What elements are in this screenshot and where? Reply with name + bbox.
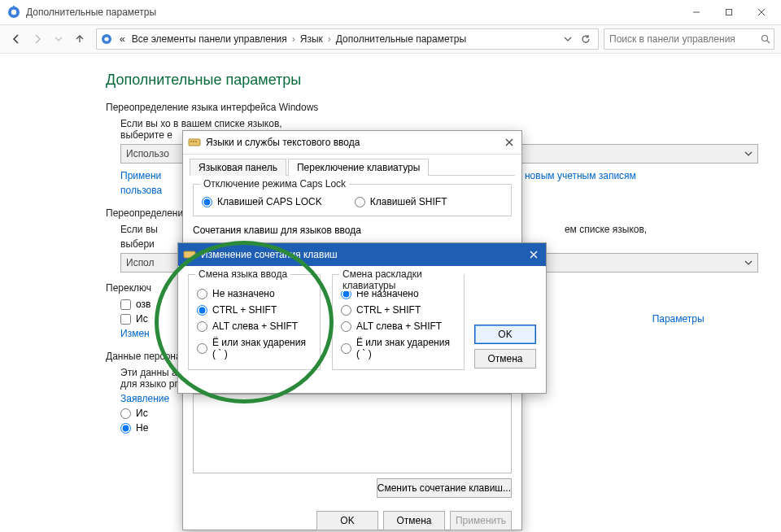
hotkeys-listbox[interactable] [193, 394, 512, 473]
parameters-link[interactable]: Параметры [652, 313, 705, 325]
svg-rect-13 [193, 141, 194, 142]
checkbox-label: озв [136, 299, 151, 310]
apply-to-accounts-link-2[interactable]: пользова [120, 185, 162, 196]
keyboard-icon [183, 248, 196, 261]
svg-point-8 [104, 37, 108, 41]
radio-label: CTRL + SHIFT [356, 304, 421, 316]
ok-button[interactable]: OK [474, 325, 536, 344]
group-label: Смена языка ввода [195, 268, 290, 280]
capslock-by-shift-radio[interactable]: Клавишей SHIFT [355, 196, 447, 207]
radio-label: Ё или знак ударения ( ` ) [356, 337, 456, 360]
dialog-tabs: Языковая панель Переключение клавиатуры [190, 158, 515, 176]
chevron-right-icon: › [290, 33, 297, 45]
breadcrumb[interactable]: « Все элементы панели управления › Язык … [96, 28, 599, 50]
breadcrumb-prefix: « [116, 33, 129, 45]
window-title: Дополнительные параметры [26, 7, 680, 18]
nav-back-button[interactable] [7, 29, 26, 49]
layout-grave-radio[interactable]: Ё или знак ударения ( ` ) [341, 337, 456, 360]
dialog-titlebar: Языки и службы текстового ввода [183, 131, 521, 155]
window-titlebar: Дополнительные параметры [0, 0, 781, 25]
ok-button[interactable]: OK [316, 511, 378, 530]
nav-recent-dropdown[interactable] [49, 29, 68, 49]
radio-label: ALT слева + SHIFT [356, 321, 442, 332]
dialog-title: Изменение сочетания клавиш [201, 249, 521, 260]
breadcrumb-item-3[interactable]: Дополнительные параметры [333, 33, 469, 45]
chevron-down-icon [744, 150, 753, 158]
nav-forward-button[interactable] [28, 29, 47, 49]
chevron-down-icon [744, 259, 753, 267]
tab-keyboard-switching[interactable]: Переключение клавиатуры [288, 159, 429, 176]
search-icon [761, 34, 770, 44]
section2-text-a: Если вы [120, 224, 158, 235]
section-override-display-language: Переопределение языка интерфейса Windows [106, 102, 781, 113]
apply-to-accounts-link-tail[interactable]: и новым учетным записям [517, 170, 636, 181]
radio-label: Не [136, 422, 148, 434]
page-heading: Дополнительные параметры [106, 72, 781, 89]
breadcrumb-dropdown-button[interactable] [559, 30, 577, 48]
apply-to-accounts-link[interactable]: Примени [120, 170, 161, 181]
cancel-button[interactable]: Отмена [383, 511, 445, 530]
refresh-button[interactable] [577, 30, 595, 48]
svg-point-1 [11, 10, 16, 15]
navigation-bar: « Все элементы панели управления › Язык … [0, 25, 781, 54]
input-lang-ctrlshift-radio[interactable]: CTRL + SHIFT [197, 304, 312, 316]
capslock-by-capslock-radio[interactable]: Клавишей CAPS LOCK [202, 196, 322, 207]
checkbox-label: Ис [136, 313, 148, 325]
group-label: Смена раскладки клавиатуры [339, 268, 464, 291]
dialog-close-button[interactable] [497, 131, 521, 154]
window-maximize-button[interactable] [713, 1, 745, 24]
window-close-button[interactable] [745, 1, 778, 24]
dialog-titlebar: Изменение сочетания клавиш [178, 243, 546, 266]
hotkeys-group-label: Сочетания клавиш для языков ввода [193, 225, 512, 236]
radio-label: Не назначено [212, 288, 275, 299]
breadcrumb-item-2[interactable]: Язык [297, 33, 326, 45]
dialog-close-button[interactable] [521, 243, 546, 266]
svg-line-10 [767, 41, 770, 43]
declaration-link[interactable]: Заявление [120, 393, 169, 404]
radio-label: CTRL + SHIFT [212, 304, 277, 316]
window-minimize-button[interactable] [680, 1, 713, 24]
input-lang-grave-radio[interactable]: Ё или знак ударения ( ` ) [197, 337, 312, 360]
search-input[interactable] [608, 33, 761, 46]
breadcrumb-item-1[interactable]: Все элементы панели управления [129, 33, 290, 45]
tab-language-bar[interactable]: Языковая панель [190, 159, 286, 176]
section2-text-tail: ем списке языков, [565, 224, 647, 235]
keyboard-icon [188, 136, 201, 149]
layout-altshift-radio[interactable]: ALT слева + SHIFT [341, 321, 456, 332]
change-key-combo-dialog: Изменение сочетания клавиш Смена языка в… [177, 242, 547, 394]
input-language-switch-group: Смена языка ввода Не назначено CTRL + SH… [188, 274, 321, 370]
app-icon [7, 5, 21, 20]
change-hotkeys-link[interactable]: Измен [120, 328, 150, 339]
group-label: Отключение режима Caps Lock [200, 178, 349, 190]
change-key-combo-button[interactable]: Сменить сочетание клавиш... [377, 478, 512, 498]
capslock-group: Отключение режима Caps Lock Клавишей CAP… [193, 184, 512, 216]
dialog-title: Языки и службы текстового ввода [206, 137, 497, 148]
svg-rect-12 [190, 141, 192, 142]
breadcrumb-icon [100, 33, 113, 46]
radio-label: Ё или знак ударения ( ` ) [212, 337, 312, 360]
svg-point-9 [762, 36, 768, 41]
svg-rect-2 [13, 6, 15, 9]
radio-label: Ис [136, 408, 148, 419]
svg-rect-4 [726, 10, 732, 15]
radio-label: ALT слева + SHIFT [212, 321, 298, 332]
input-lang-none-radio[interactable]: Не назначено [197, 288, 312, 299]
svg-rect-14 [195, 141, 197, 142]
search-box[interactable] [604, 28, 774, 50]
input-lang-altshift-radio[interactable]: ALT слева + SHIFT [197, 321, 312, 332]
nav-up-button[interactable] [70, 29, 89, 49]
layout-ctrlshift-radio[interactable]: CTRL + SHIFT [341, 304, 456, 316]
radio-label: Клавишей CAPS LOCK [217, 196, 322, 207]
svg-rect-17 [184, 251, 195, 258]
cancel-button[interactable]: Отмена [474, 349, 536, 368]
apply-button[interactable]: Применить [450, 511, 512, 530]
chevron-right-icon: › [326, 33, 333, 45]
radio-label: Клавишей SHIFT [370, 196, 447, 207]
keyboard-layout-switch-group: Смена раскладки клавиатуры Не назначено … [332, 274, 465, 370]
